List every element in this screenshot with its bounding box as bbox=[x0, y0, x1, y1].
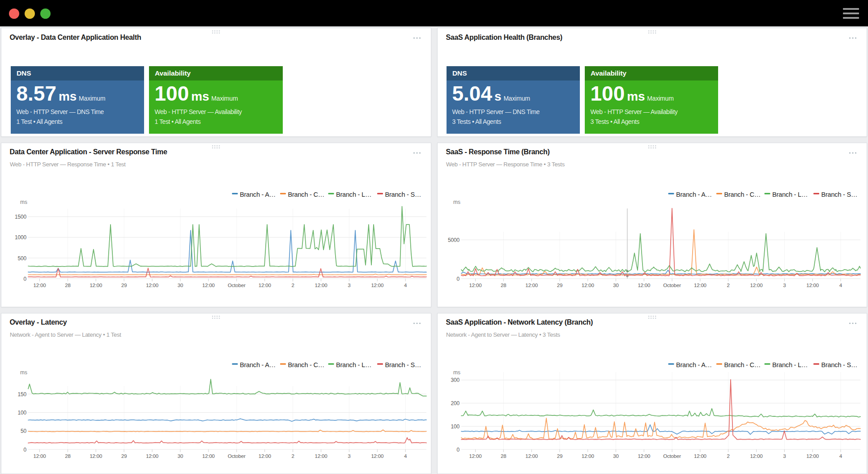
svg-text:12:00: 12:00 bbox=[525, 453, 538, 459]
svg-text:28: 28 bbox=[65, 453, 70, 459]
svg-text:4: 4 bbox=[839, 453, 842, 459]
svg-text:500: 500 bbox=[18, 255, 27, 262]
svg-text:30: 30 bbox=[613, 283, 618, 288]
svg-text:Branch - S…: Branch - S… bbox=[821, 191, 858, 198]
svg-text:3: 3 bbox=[348, 453, 350, 459]
svg-text:Branch - L…: Branch - L… bbox=[336, 191, 371, 198]
svg-text:29: 29 bbox=[121, 453, 127, 459]
svg-text:12:00: 12:00 bbox=[89, 453, 102, 459]
svg-text:4: 4 bbox=[404, 283, 407, 288]
svg-text:12:00: 12:00 bbox=[750, 283, 763, 288]
svg-text:ms: ms bbox=[20, 369, 27, 376]
svg-text:29: 29 bbox=[557, 283, 562, 288]
svg-text:150: 150 bbox=[18, 391, 27, 398]
svg-text:0: 0 bbox=[457, 276, 460, 282]
svg-text:Branch - S…: Branch - S… bbox=[385, 191, 421, 198]
svg-text:12:00: 12:00 bbox=[806, 453, 819, 459]
svg-text:ms: ms bbox=[453, 369, 460, 376]
svg-text:2: 2 bbox=[291, 283, 294, 288]
svg-text:12:00: 12:00 bbox=[750, 453, 763, 459]
svg-text:Branch - A…: Branch - A… bbox=[676, 191, 712, 198]
svg-text:30: 30 bbox=[178, 283, 183, 288]
svg-text:12:00: 12:00 bbox=[694, 283, 706, 288]
svg-text:12:00: 12:00 bbox=[582, 283, 594, 288]
svg-text:12:00: 12:00 bbox=[638, 453, 650, 459]
svg-text:12:00: 12:00 bbox=[694, 453, 706, 459]
svg-text:3: 3 bbox=[783, 453, 786, 459]
svg-text:1000: 1000 bbox=[15, 234, 26, 241]
svg-text:12:00: 12:00 bbox=[525, 283, 538, 288]
svg-text:0: 0 bbox=[24, 447, 27, 453]
svg-text:Branch - L…: Branch - L… bbox=[772, 191, 808, 198]
svg-text:Branch - C…: Branch - C… bbox=[288, 361, 325, 368]
svg-text:3: 3 bbox=[348, 283, 350, 288]
svg-text:Branch - A…: Branch - A… bbox=[676, 361, 712, 368]
svg-text:Branch - S…: Branch - S… bbox=[821, 361, 858, 368]
svg-text:200: 200 bbox=[451, 400, 460, 406]
svg-text:12:00: 12:00 bbox=[34, 453, 46, 459]
svg-text:100: 100 bbox=[451, 423, 460, 430]
svg-text:October: October bbox=[228, 283, 246, 288]
svg-text:12:00: 12:00 bbox=[202, 453, 215, 459]
svg-text:Branch - L…: Branch - L… bbox=[336, 361, 371, 368]
svg-text:3: 3 bbox=[783, 283, 786, 288]
svg-text:29: 29 bbox=[121, 283, 127, 288]
svg-text:12:00: 12:00 bbox=[582, 453, 594, 459]
svg-text:50: 50 bbox=[21, 428, 26, 434]
svg-text:12:00: 12:00 bbox=[806, 283, 819, 288]
svg-text:28: 28 bbox=[501, 453, 506, 459]
svg-text:Branch - C…: Branch - C… bbox=[724, 191, 761, 198]
svg-text:ms: ms bbox=[20, 199, 27, 205]
svg-text:12:00: 12:00 bbox=[202, 283, 215, 288]
svg-text:Branch - S…: Branch - S… bbox=[385, 361, 421, 368]
svg-text:12:00: 12:00 bbox=[146, 453, 158, 459]
svg-text:30: 30 bbox=[178, 453, 183, 459]
svg-text:29: 29 bbox=[557, 453, 562, 459]
svg-text:2: 2 bbox=[727, 453, 730, 459]
svg-text:12:00: 12:00 bbox=[371, 283, 383, 288]
svg-text:300: 300 bbox=[451, 377, 460, 383]
svg-text:Branch - L…: Branch - L… bbox=[772, 361, 808, 368]
svg-text:12:00: 12:00 bbox=[638, 283, 650, 288]
svg-text:4: 4 bbox=[404, 453, 407, 459]
svg-text:28: 28 bbox=[501, 283, 506, 288]
svg-text:12:00: 12:00 bbox=[259, 453, 271, 459]
svg-text:28: 28 bbox=[65, 283, 70, 288]
svg-text:1500: 1500 bbox=[15, 214, 26, 220]
svg-text:October: October bbox=[663, 453, 681, 459]
svg-text:12:00: 12:00 bbox=[371, 453, 383, 459]
svg-text:5000: 5000 bbox=[448, 237, 460, 243]
svg-text:Branch - C…: Branch - C… bbox=[724, 361, 761, 368]
svg-text:Branch - C…: Branch - C… bbox=[288, 191, 325, 198]
svg-text:12:00: 12:00 bbox=[469, 453, 482, 459]
svg-text:4: 4 bbox=[839, 283, 842, 288]
svg-text:2: 2 bbox=[291, 453, 294, 459]
svg-text:0: 0 bbox=[457, 447, 460, 453]
svg-text:30: 30 bbox=[613, 453, 618, 459]
svg-text:2: 2 bbox=[727, 283, 730, 288]
svg-text:12:00: 12:00 bbox=[469, 283, 482, 288]
svg-text:12:00: 12:00 bbox=[89, 283, 102, 288]
svg-text:12:00: 12:00 bbox=[146, 283, 158, 288]
svg-text:Branch - A…: Branch - A… bbox=[240, 361, 276, 368]
svg-text:12:00: 12:00 bbox=[259, 283, 271, 288]
svg-text:100: 100 bbox=[18, 410, 27, 416]
svg-text:ms: ms bbox=[453, 199, 460, 205]
svg-text:October: October bbox=[228, 453, 246, 459]
svg-text:October: October bbox=[663, 283, 681, 288]
svg-text:12:00: 12:00 bbox=[315, 453, 328, 459]
svg-text:12:00: 12:00 bbox=[315, 283, 328, 288]
svg-text:12:00: 12:00 bbox=[34, 283, 46, 288]
svg-text:0: 0 bbox=[24, 276, 27, 282]
svg-text:Branch - A…: Branch - A… bbox=[240, 191, 276, 198]
